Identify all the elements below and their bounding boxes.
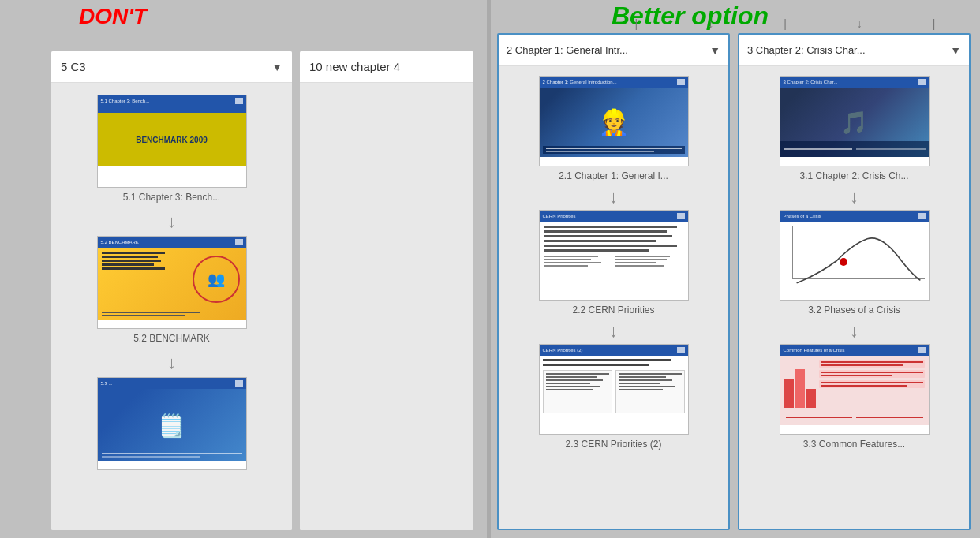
panel-col3: 2 Chapter 1: General Intr... ▼ 2 Chapter… (497, 33, 730, 530)
connector-arrow-1: | (635, 17, 638, 30)
arrow-2-1-to-2-2: ↓ (609, 187, 618, 207)
slide-thumb-2-2[interactable]: CERN Priorities (539, 210, 689, 301)
panel-col1-body: 5.1 Chapter 3: Bench... BENCHMARK 2009 5… (51, 83, 292, 530)
panel-col4-header[interactable]: 3 Chapter 2: Crisis Char... ▼ (739, 35, 969, 66)
slide-thumb-3-3[interactable]: Common Features of a Crisis (780, 344, 930, 435)
slide-item-3-1: 3 Chapter 2: Crisis Char... 🎵 3.1 Chapte… (780, 76, 930, 181)
slide-item-3-2: Phases of a Crisis (780, 210, 930, 316)
slide-thumb-2-1[interactable]: 2 Chapter 1: General Introduction... 👷 (539, 76, 689, 166)
dont-label: DON'T (79, 4, 147, 28)
slide-label-3-2: 3.2 Phases of a Crisis (808, 304, 900, 316)
panel-col2: 10 new chapter 4 (300, 51, 473, 530)
slide-item-2-2: CERN Priorities (539, 210, 689, 316)
panel-col4: 3 Chapter 2: Crisis Char... ▼ 3 Chapter … (738, 33, 971, 530)
slide-label-2-2: 2.2 CERN Priorities (572, 304, 654, 316)
col1-dropdown-arrow[interactable]: ▼ (271, 61, 282, 73)
arrow-3-1-to-3-2: ↓ (850, 187, 858, 207)
slide-item-5-1: 5.1 Chapter 3: Bench... BENCHMARK 2009 5… (97, 95, 247, 203)
slide-item-5-3: 5.3 ... 🗒️ (97, 377, 247, 470)
arrow-5-2-to-5-3: ↓ (167, 353, 176, 373)
panel-col3-body: 2 Chapter 1: General Introduction... 👷 2… (499, 66, 728, 529)
vertical-divider (487, 0, 491, 538)
slide-label-3-3: 3.3 Common Features... (803, 439, 905, 450)
slide-thumb-5-3[interactable]: 5.3 ... 🗒️ (97, 377, 247, 470)
panel-col2-title: 10 new chapter 4 (309, 60, 400, 73)
slide-label-2-1: 2.1 Chapter 1: General I... (559, 170, 668, 181)
arrow-3-2-to-3-3: ↓ (850, 321, 858, 342)
panel-col1: 5 C3 ▼ 5.1 Chapter 3: Bench... BENCHMARK… (51, 51, 292, 530)
connector-arrow-2: ↓ (708, 17, 713, 30)
slide-item-3-3: Common Features of a Crisis (780, 344, 930, 450)
slide-thumb-3-2[interactable]: Phases of a Crisis (780, 210, 930, 301)
panel-col3-title: 2 Chapter 1: General Intr... (507, 44, 628, 56)
panel-col4-title: 3 Chapter 2: Crisis Char... (747, 44, 866, 56)
slide-thumb-5-2[interactable]: 5.2 BENCHMARK (97, 236, 247, 329)
slide-label-3-1: 3.1 Chapter 2: Crisis Ch... (799, 170, 908, 181)
panel-col2-header[interactable]: 10 new chapter 4 (300, 51, 473, 83)
panel-col2-body (300, 83, 473, 530)
connector-arrow-4: ↓ (857, 17, 862, 30)
slide-item-2-1: 2 Chapter 1: General Introduction... 👷 2… (539, 76, 689, 181)
slide-label-5-1: 5.1 Chapter 3: Bench... (123, 192, 220, 203)
slide-thumb-3-1[interactable]: 3 Chapter 2: Crisis Char... 🎵 (780, 76, 930, 166)
arrow-5-1-to-5-2: ↓ (167, 211, 176, 232)
slide-thumb-2-3[interactable]: CERN Priorities (2) (539, 344, 689, 435)
col4-dropdown-arrow[interactable]: ▼ (950, 44, 961, 57)
slide-item-2-3: CERN Priorities (2) (539, 344, 689, 450)
slide-label-2-3: 2.3 CERN Priorities (2) (565, 439, 661, 450)
panel-col3-header[interactable]: 2 Chapter 1: General Intr... ▼ (499, 35, 728, 66)
panel-col1-header[interactable]: 5 C3 ▼ (51, 51, 292, 83)
connector-arrow-5: | (933, 17, 936, 30)
slide-label-5-2: 5.2 BENCHMARK (133, 333, 210, 344)
panel-col1-title: 5 C3 (61, 60, 86, 73)
panel-col4-body: 3 Chapter 2: Crisis Char... 🎵 3.1 Chapte… (739, 66, 969, 529)
arrow-2-2-to-2-3: ↓ (609, 321, 618, 342)
connector-arrow-3: | (784, 17, 787, 30)
col3-dropdown-arrow[interactable]: ▼ (709, 44, 720, 57)
slide-item-5-2: 5.2 BENCHMARK (97, 236, 247, 344)
slide-thumb-5-1[interactable]: 5.1 Chapter 3: Bench... BENCHMARK 2009 (97, 95, 247, 188)
